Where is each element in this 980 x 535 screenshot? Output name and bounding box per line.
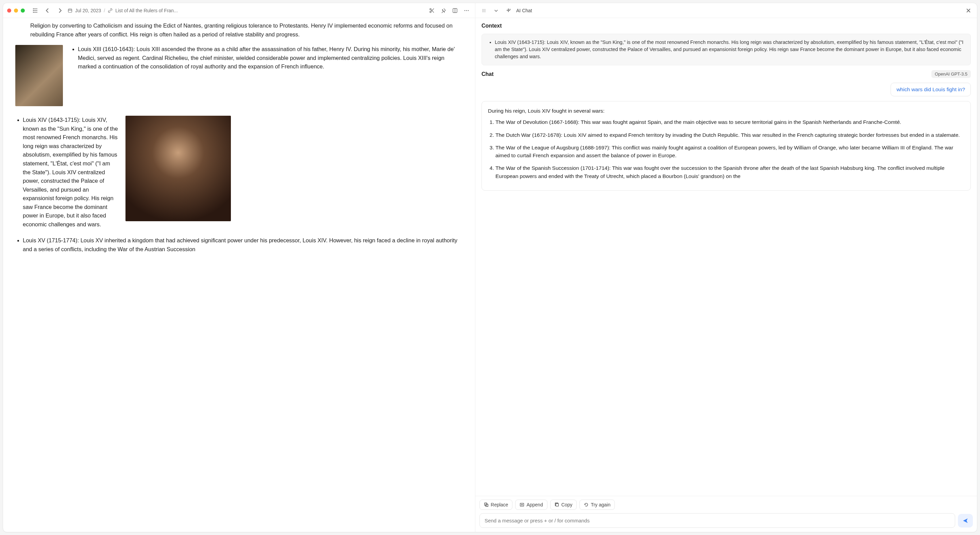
svg-point-25: [482, 11, 483, 12]
breadcrumb-date: Jul 20, 2023: [75, 8, 101, 13]
more-icon[interactable]: [462, 6, 471, 15]
close-panel-button[interactable]: [964, 6, 973, 15]
calendar-icon: [68, 8, 72, 13]
drag-handle-icon[interactable]: [479, 6, 488, 15]
portrait-louis-xiv: [126, 116, 231, 221]
breadcrumb-separator: /: [104, 8, 105, 13]
entry-louis-xiv: Louis XIV (1643-1715): Louis XIV, known …: [23, 116, 118, 229]
window-controls: [7, 8, 25, 13]
pin-icon[interactable]: [439, 6, 448, 15]
svg-point-26: [484, 11, 484, 12]
close-window-button[interactable]: [7, 8, 11, 13]
document-body[interactable]: Religion by converting to Catholicism an…: [3, 18, 475, 532]
svg-rect-6: [68, 9, 72, 12]
sidebar-toggle-icon[interactable]: [31, 6, 40, 15]
try-again-button[interactable]: Try again: [579, 500, 615, 510]
refresh-icon: [584, 502, 589, 507]
svg-point-10: [430, 8, 431, 10]
svg-point-18: [468, 10, 469, 11]
nav-forward-button[interactable]: [56, 6, 64, 15]
war-item: The War of the Spanish Succession (1701-…: [495, 164, 964, 180]
assistant-message: During his reign, Louis XIV fought in se…: [482, 101, 971, 191]
war-item: The Dutch War (1672-1678): Louis XIV aim…: [495, 131, 964, 139]
compose-input[interactable]: [479, 513, 955, 528]
breadcrumb-doc-title: List of All the Rulers of Fran...: [115, 8, 178, 13]
chat-footer: Replace Append Copy Try again: [476, 496, 977, 532]
model-selector[interactable]: OpenAI GPT-3.5: [931, 70, 971, 78]
append-icon: [520, 502, 524, 507]
svg-point-16: [465, 10, 466, 11]
document-pane: Jul 20, 2023 / List of All the Rulers of…: [3, 3, 476, 532]
copy-icon: [555, 502, 559, 507]
titlebar: Jul 20, 2023 / List of All the Rulers of…: [3, 3, 475, 18]
portrait-louis-xiii: [15, 45, 63, 106]
list-item: Louis XIII (1610-1643): Louis XIII ascen…: [78, 45, 463, 71]
copy-button[interactable]: Copy: [550, 500, 577, 510]
svg-point-11: [430, 11, 431, 13]
svg-point-23: [484, 10, 484, 11]
send-button[interactable]: [958, 514, 973, 527]
svg-point-21: [485, 9, 485, 10]
context-text: Louis XIV (1643-1715): Louis XIV, known …: [495, 39, 964, 60]
scissors-icon[interactable]: [428, 6, 436, 15]
chat-label: Chat: [482, 71, 494, 77]
svg-point-22: [482, 10, 483, 11]
ai-chat-body: Context Louis XIV (1643-1715): Louis XIV…: [476, 18, 977, 496]
list-item: Louis XV (1715-1774): Louis XV inherited…: [23, 236, 463, 254]
minimize-window-button[interactable]: [14, 8, 18, 13]
intro-paragraph: Religion by converting to Catholicism an…: [30, 21, 463, 39]
split-view-icon[interactable]: [450, 6, 460, 15]
list-item: Louis XIV (1643-1715): Louis XIV, known …: [23, 116, 463, 229]
ai-chat-header: AI Chat: [476, 3, 977, 18]
context-box: Louis XIV (1643-1715): Louis XIV, known …: [482, 34, 971, 65]
maximize-window-button[interactable]: [21, 8, 25, 13]
svg-point-27: [485, 11, 485, 12]
svg-point-17: [466, 10, 467, 11]
replace-button[interactable]: Replace: [479, 500, 512, 510]
entry-louis-xv: Louis XV (1715-1774): Louis XV inherited…: [23, 236, 463, 254]
svg-rect-35: [556, 504, 558, 506]
entry-louis-xiii: Louis XIII (1610-1643): Louis XIII ascen…: [78, 45, 463, 71]
sparkle-icon: [504, 6, 513, 15]
svg-point-20: [484, 9, 484, 10]
chevron-down-icon[interactable]: [492, 6, 501, 15]
link-icon: [108, 8, 113, 13]
user-message: which wars did Louis fight in?: [891, 83, 971, 96]
war-item: The War of the League of Augsburg (1688-…: [495, 144, 964, 160]
war-item: The War of Devolution (1667-1668): This …: [495, 118, 964, 126]
assistant-intro: During his reign, Louis XIV fought in se…: [488, 107, 964, 115]
svg-point-24: [485, 10, 485, 11]
app-window: Jul 20, 2023 / List of All the Rulers of…: [3, 3, 977, 532]
ai-chat-title: AI Chat: [516, 8, 532, 13]
replace-icon: [484, 502, 488, 507]
breadcrumb[interactable]: Jul 20, 2023 / List of All the Rulers of…: [68, 8, 424, 13]
append-button[interactable]: Append: [515, 500, 547, 510]
svg-point-19: [482, 9, 483, 10]
nav-back-button[interactable]: [43, 6, 52, 15]
context-label: Context: [482, 23, 971, 29]
ai-chat-pane: AI Chat Context Louis XIV (1643-1715): L…: [476, 3, 977, 532]
